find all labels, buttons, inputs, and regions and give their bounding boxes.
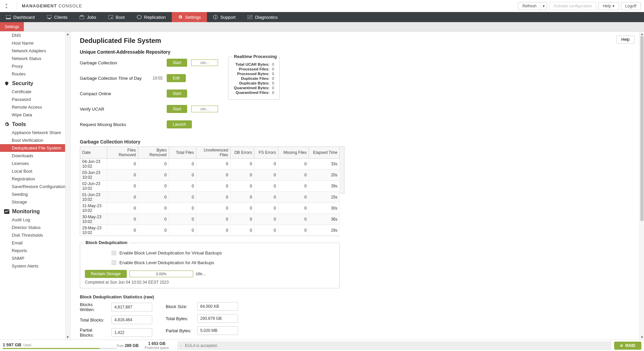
sidebar-item-proxy[interactable]: Proxy bbox=[0, 62, 70, 70]
table-cell: 0 bbox=[254, 192, 278, 203]
table-cell: 0 bbox=[138, 225, 169, 236]
gch-col-header[interactable]: Unreferenced Files bbox=[196, 147, 230, 159]
chart-line-icon bbox=[4, 209, 9, 214]
subtab-settings[interactable]: Settings bbox=[0, 22, 24, 31]
sidebar-item-email[interactable]: Email bbox=[0, 239, 70, 247]
sidebar-item-seeding[interactable]: Seeding bbox=[0, 190, 70, 198]
nav-jobs[interactable]: Jobs bbox=[73, 12, 102, 22]
sidebar-item-boot-verification[interactable]: Boot Verification bbox=[0, 136, 70, 144]
reclaim-storage-button[interactable]: Reclaim Storage bbox=[85, 270, 127, 278]
gc-start-button[interactable]: Start bbox=[167, 59, 187, 67]
sidebar-item-snmp[interactable]: SNMP bbox=[0, 254, 70, 262]
table-cell: 0 bbox=[107, 159, 138, 170]
table-cell: 0 bbox=[196, 159, 230, 170]
sidebar-item-certificate[interactable]: Certificate bbox=[0, 88, 70, 96]
table-row[interactable]: 02-Jun-23 10:02000000039s bbox=[80, 181, 340, 192]
status-dot-icon bbox=[620, 344, 623, 347]
page-help-button[interactable]: Help bbox=[616, 36, 635, 44]
gch-col-header[interactable]: Date bbox=[80, 147, 107, 159]
eula-banner[interactable]: › EULA is accepted. bbox=[177, 341, 611, 350]
sidebar-item-local-boot[interactable]: Local Boot bbox=[0, 167, 70, 175]
table-row[interactable]: 31-May-23 10:02000000030s bbox=[80, 203, 340, 214]
table-row[interactable]: 04-Jun-23 10:02000000033s bbox=[80, 159, 340, 170]
dashboard-icon bbox=[6, 15, 11, 19]
gch-col-header[interactable]: Bytes Removed bbox=[138, 147, 169, 159]
svg-rect-4 bbox=[79, 16, 84, 19]
table-row[interactable]: 30-May-23 10:02000000036s bbox=[80, 214, 340, 225]
total-bytes-label: Total Bytes: bbox=[166, 316, 193, 321]
sidebar-item-routes[interactable]: Routes bbox=[0, 70, 70, 78]
verify-start-button[interactable]: Start bbox=[167, 105, 187, 113]
nav-dashboard[interactable]: Dashboard bbox=[0, 12, 41, 22]
sidebar-item-dns[interactable]: DNS bbox=[0, 32, 70, 39]
gch-col-header[interactable]: DB Errors bbox=[230, 147, 254, 159]
raid-badge[interactable]: RAID bbox=[614, 342, 641, 350]
refresh-button[interactable]: Refresh bbox=[518, 2, 541, 10]
sidebar-item-password[interactable]: Password bbox=[0, 96, 70, 103]
activate-configuration-button[interactable]: Activate configuration bbox=[549, 2, 596, 10]
sidebar-item-registration[interactable]: Registration bbox=[0, 175, 70, 183]
table-cell: 0 bbox=[278, 203, 309, 214]
scrollbar-thumb[interactable] bbox=[640, 36, 644, 221]
sidebar-item-host-name[interactable]: Host Name bbox=[0, 39, 70, 47]
sidebar-item-licenses[interactable]: Licenses bbox=[0, 160, 70, 167]
table-row[interactable]: 03-Jun-23 10:02000000020s bbox=[80, 170, 340, 181]
table-cell: 29s bbox=[309, 225, 340, 236]
checkbox-virtual-backups[interactable]: ✓ bbox=[112, 251, 116, 255]
gch-col-header[interactable]: Total Files bbox=[169, 147, 196, 159]
compact-start-button[interactable]: Start bbox=[167, 90, 187, 98]
table-cell: 0 bbox=[196, 203, 230, 214]
table-row[interactable]: 01-Jun-23 10:02000000015s bbox=[80, 192, 340, 203]
sidebar-item-disk-thresholds[interactable]: Disk Thresholds bbox=[0, 231, 70, 239]
sidebar-item-deduplicated-file-system[interactable]: Deduplicated File System bbox=[0, 144, 70, 152]
table-cell: 0 bbox=[107, 170, 138, 181]
sidebar-item-system-alerts[interactable]: System Alerts bbox=[0, 262, 70, 270]
chevron-down-icon: ▾ bbox=[612, 4, 614, 8]
sidebar-group-security: Security bbox=[0, 78, 70, 88]
gch-col-header[interactable]: Elapsed Time bbox=[309, 147, 340, 159]
sidebar-item-director-status[interactable]: Director Status bbox=[0, 224, 70, 231]
sidebar-item-save-restore-configuration[interactable]: Save/Restore Configuration bbox=[0, 183, 70, 190]
sidebar-item-storage[interactable]: Storage bbox=[0, 198, 70, 206]
nav-replication[interactable]: Replication bbox=[131, 12, 172, 22]
sidebar-item-wipe-data[interactable]: Wipe Data bbox=[0, 111, 70, 119]
sidebar-item-reports[interactable]: Reports bbox=[0, 247, 70, 254]
nav-support[interactable]: iSupport bbox=[207, 12, 242, 22]
svg-rect-6 bbox=[108, 15, 113, 19]
table-cell: 0 bbox=[107, 203, 138, 214]
sidebar-item-appliance-network-share[interactable]: Appliance Network Share bbox=[0, 129, 70, 136]
logoff-button[interactable]: Logoff bbox=[621, 2, 641, 10]
chk-all-label: Enable Block Level Deduplication for All… bbox=[119, 260, 214, 265]
gch-scrollbar[interactable] bbox=[340, 147, 344, 193]
nav-settings[interactable]: Settings bbox=[172, 12, 207, 22]
nav-diagnostics[interactable]: Diagnostics bbox=[241, 12, 283, 22]
sidebar-scrollbar[interactable]: ▲ ▼ bbox=[65, 32, 70, 340]
sidebar-item-network-status[interactable]: Network Status bbox=[0, 55, 70, 62]
gch-col-header[interactable]: Files Removed bbox=[107, 147, 138, 159]
gch-col-header[interactable]: FS Errors bbox=[254, 147, 278, 159]
table-cell: 0 bbox=[138, 192, 169, 203]
table-cell: 04-Jun-23 10:02 bbox=[80, 159, 107, 170]
refresh-dropdown-button[interactable]: ▾ bbox=[540, 2, 547, 10]
table-cell: 0 bbox=[230, 214, 254, 225]
nav-clients[interactable]: Clients bbox=[41, 12, 74, 22]
request-launch-button[interactable]: Launch bbox=[167, 120, 192, 128]
table-cell: 0 bbox=[196, 181, 230, 192]
page-title: Deduplicated File System bbox=[80, 37, 635, 45]
table-cell: 0 bbox=[278, 192, 309, 203]
content-scrollbar[interactable]: ▲ ▼ bbox=[639, 32, 644, 340]
sidebar-item-downloads[interactable]: Downloads bbox=[0, 152, 70, 160]
request-label: Request Missing Blocks bbox=[80, 122, 147, 127]
gc-tod-edit-button[interactable]: Edit bbox=[167, 74, 186, 82]
sidebar-item-audit-log[interactable]: Audit Log bbox=[0, 216, 70, 224]
help-button[interactable]: Help ▾ bbox=[598, 2, 619, 10]
gch-table: DateFiles RemovedBytes RemovedTotal File… bbox=[80, 147, 340, 236]
gc-time-value: 10:02 bbox=[151, 76, 163, 80]
gch-col-header[interactable]: Missing Files bbox=[278, 147, 309, 159]
checkbox-all-backups[interactable]: ✓ bbox=[112, 260, 116, 265]
table-row[interactable]: 29-May-23 10:02000000029s bbox=[80, 225, 340, 236]
sidebar-item-remote-access[interactable]: Remote Access bbox=[0, 103, 70, 111]
sidebar-item-network-adapters[interactable]: Network Adapters bbox=[0, 47, 70, 55]
table-cell: 0 bbox=[169, 225, 196, 236]
nav-boot[interactable]: Boot bbox=[102, 12, 131, 22]
